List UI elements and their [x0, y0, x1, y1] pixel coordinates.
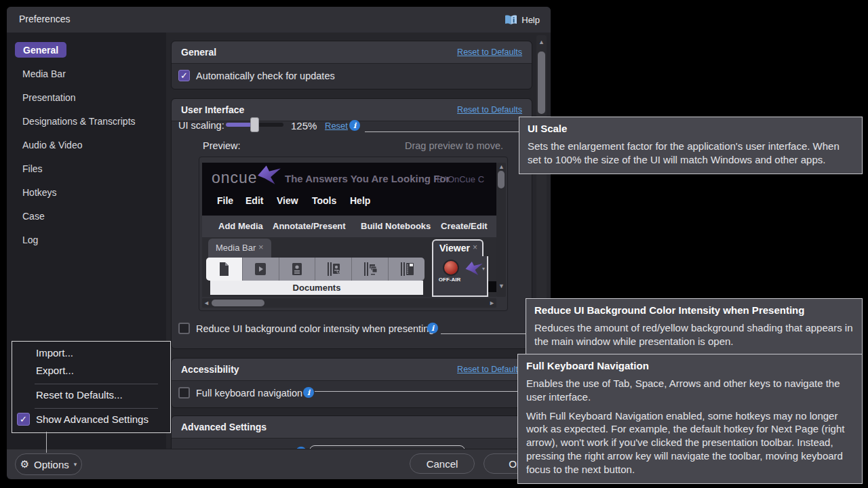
preview-hscroll-thumb[interactable]	[212, 300, 264, 306]
preview-menu-edit[interactable]: Edit	[245, 195, 263, 206]
ui-scaling-slider-fill	[226, 123, 253, 127]
sidebar-item-general[interactable]: General	[15, 42, 66, 58]
preview-vscroll-thumb[interactable]	[498, 171, 505, 188]
callout-line-ui-scale	[365, 131, 519, 132]
options-context-menu: Import... Export... Reset to Defaults...…	[12, 341, 171, 433]
full-keyboard-nav-checkbox[interactable]	[178, 387, 190, 399]
callout-line-keyboard-nav	[315, 391, 517, 392]
sidebar-item-media-bar[interactable]: Media Bar	[15, 66, 165, 82]
general-section: General Reset to Defaults ✓ Automaticall…	[171, 41, 532, 89]
tooltip-body: Sets the enlargement factor for the appl…	[528, 140, 854, 167]
help-label: Help	[521, 15, 540, 25]
notebook-tab-icon[interactable]	[389, 258, 425, 281]
menu-item-import[interactable]: Import...	[36, 347, 73, 359]
drag-preview-hint: Drag preview to move.	[405, 140, 503, 151]
options-dropdown-icon: ▾	[74, 461, 77, 468]
title-bar: Preferences Help	[7, 7, 551, 33]
advanced-settings-section: Advanced Settings i	[171, 415, 532, 449]
preview-menu-help[interactable]: Help	[350, 195, 370, 206]
general-section-title: General	[181, 47, 216, 58]
ui-scale-info-icon[interactable]: i	[349, 120, 360, 131]
viewer-bird-icon	[465, 260, 484, 279]
tooltip-body: With Full Keyboard Navigation enabled, s…	[526, 409, 854, 476]
check-icon: ✓	[20, 414, 27, 424]
preview-menu-tools[interactable]: Tools	[312, 195, 336, 206]
offair-led-icon	[443, 260, 459, 276]
sidebar-item-audio-video[interactable]: Audio & Video	[15, 137, 165, 153]
preview-media-type-toolbar	[206, 258, 425, 281]
tooltip-title: Reduce UI Background Color Intensity whe…	[534, 304, 854, 316]
witness-card-tab-icon[interactable]	[279, 258, 316, 281]
preview-app: oncue The Answers You Are Looking For	[202, 163, 496, 297]
sidebar-item-case[interactable]: Case	[15, 208, 165, 224]
documents-strip-label: Documents	[293, 283, 341, 293]
preview-annotate-present-button[interactable]: Annotate/Present	[273, 221, 346, 231]
tooltip-reduce-ui-bg: Reduce UI Background Color Intensity whe…	[526, 298, 863, 356]
sidebar-item-files[interactable]: Files	[15, 161, 165, 177]
oncue-bird-logo-icon	[256, 164, 282, 188]
sidebar-item-log[interactable]: Log	[15, 232, 165, 248]
preview-scroll-up-icon[interactable]: ▲	[498, 164, 505, 170]
help-button[interactable]: Help	[500, 12, 544, 28]
callout-line-reduce-bg	[441, 333, 526, 334]
preview-vscrollbar[interactable]: ▲ ▼	[496, 163, 506, 297]
settings-scroll-area: General Reset to Defaults ✓ Automaticall…	[166, 33, 551, 449]
advanced-settings-title: Advanced Settings	[181, 422, 267, 432]
viewer-dropdown-icon[interactable]: ▾	[482, 266, 485, 272]
menu-item-reset-to-defaults[interactable]: Reset to Defaults...	[36, 389, 123, 401]
ui-preview-box[interactable]: oncue The Answers You Are Looking For	[199, 157, 508, 311]
viewer-tab-close-icon[interactable]: ×	[473, 243, 477, 252]
check-icon: ✓	[180, 70, 188, 81]
general-section-header: General Reset to Defaults	[172, 41, 532, 64]
sidebar-item-hotkeys[interactable]: Hotkeys	[15, 184, 165, 201]
preview-case-path: E:\OnCue C	[437, 174, 496, 184]
preview-menu-view[interactable]: View	[277, 195, 298, 206]
full-keyboard-nav-info-icon[interactable]: i	[303, 387, 314, 398]
menu-item-export[interactable]: Export...	[36, 365, 74, 376]
documents-tab-icon[interactable]	[206, 258, 243, 281]
ui-reset-defaults-link[interactable]: Reset to Defaults	[457, 105, 522, 115]
cancel-button[interactable]: Cancel	[410, 453, 475, 474]
preview-build-notebooks-button[interactable]: Build Notebooks	[361, 221, 431, 231]
auto-update-checkbox[interactable]: ✓	[178, 70, 190, 81]
accessibility-reset-defaults-link[interactable]: Reset to Defaults	[457, 365, 522, 374]
accessibility-section-title: Accessibility	[181, 364, 239, 375]
reduce-ui-bg-info-icon[interactable]: i	[427, 323, 438, 333]
preview-tagline: The Answers You Are Looking For	[285, 173, 450, 184]
accessibility-section-header: Accessibility Reset to Defaults	[172, 359, 532, 381]
sidebar-item-presentation[interactable]: Presentation	[15, 89, 165, 106]
preview-scroll-right-icon[interactable]: ►	[489, 300, 495, 306]
general-reset-defaults-link[interactable]: Reset to Defaults	[457, 47, 522, 57]
preview-scroll-left-icon[interactable]: ◄	[203, 300, 210, 306]
ui-scaling-reset-link[interactable]: Reset	[325, 121, 348, 131]
preview-hscrollbar[interactable]: ◄ ►	[202, 298, 496, 308]
options-button[interactable]: ⚙ Options ▾	[15, 453, 82, 475]
videos-tab-icon[interactable]	[243, 258, 279, 281]
preview-viewer-panel: OFF-AIR ▾	[432, 256, 488, 297]
show-advanced-settings-checkbox[interactable]: ✓	[17, 413, 30, 426]
ui-scaling-slider-thumb[interactable]	[250, 117, 259, 132]
pages-stack-tab-icon[interactable]	[352, 258, 389, 281]
preview-scroll-down-icon[interactable]: ▼	[498, 283, 505, 289]
reduce-ui-bg-checkbox[interactable]	[178, 323, 190, 334]
preview-menu-file[interactable]: File	[217, 195, 233, 206]
advanced-settings-header: Advanced Settings	[172, 416, 532, 439]
gear-icon: ⚙	[20, 458, 29, 470]
sidebar-item-designations-transcripts[interactable]: Designations & Transcripts	[15, 113, 165, 129]
menu-item-show-advanced-settings[interactable]: Show Advanced Settings	[36, 413, 149, 425]
dialog-scroll-up-icon[interactable]: ▲	[538, 39, 545, 45]
oncue-logo-text: oncue	[212, 169, 258, 187]
dialog-vscroll-thumb[interactable]	[538, 52, 545, 114]
preview-main-toolbar: Add Media Annotate/Present Build Noteboo…	[202, 216, 496, 237]
media-bar-tab-close-icon[interactable]: ×	[258, 242, 264, 252]
screen: Preferences Help General Media Bar Prese…	[0, 0, 868, 488]
preview-create-edit-button[interactable]: Create/Edit	[441, 221, 488, 231]
ui-section-header: User Interface Reset to Defaults	[172, 99, 532, 121]
dialog-footer: ⚙ Options ▾ Cancel OK	[7, 449, 551, 479]
preview-label: Preview:	[203, 140, 241, 151]
tooltip-title: Full Keyboard Navigation	[526, 360, 854, 371]
preview-media-bar-tab[interactable]: Media Bar ×	[208, 239, 271, 258]
preview-add-media-button[interactable]: Add Media	[218, 221, 263, 231]
designations-tab-icon[interactable]	[315, 258, 352, 281]
preview-viewer-tab[interactable]: Viewer ×	[432, 239, 484, 256]
